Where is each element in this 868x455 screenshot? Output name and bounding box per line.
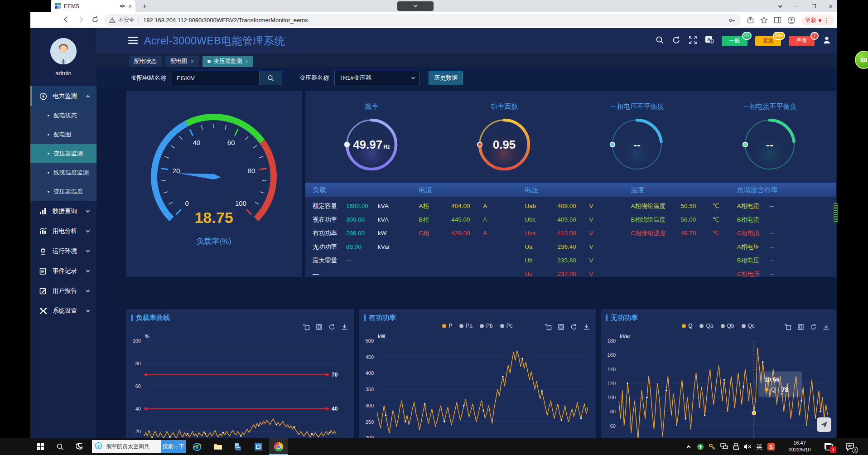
chrome-update-pill[interactable]: 更新 ⋮ (801, 15, 834, 25)
sidebar-item[interactable]: 系统设置 (30, 301, 96, 321)
history-data-button[interactable]: 历史数据 (429, 71, 463, 85)
taskbar-search-text[interactable]: 俄宇航员太空阅兵 (106, 443, 161, 450)
share-icon[interactable] (747, 16, 754, 24)
keys-tray-icon[interactable] (707, 438, 718, 455)
network-tray-icon[interactable] (719, 438, 729, 455)
transformer-select[interactable]: TR1#变压器 (334, 71, 420, 85)
station-input[interactable] (172, 71, 259, 85)
floating-badge[interactable]: 68 (855, 51, 868, 69)
sidebar-item[interactable]: 数据查询 (30, 201, 96, 221)
hamburger-menu-icon[interactable] (128, 37, 138, 44)
avatar[interactable] (50, 38, 77, 64)
chevron-down-icon[interactable] (778, 4, 782, 7)
page-tab[interactable]: 配电状态 (129, 56, 162, 67)
chat-widget-icon[interactable] (817, 417, 831, 432)
taskbar-search-button[interactable]: 搜索一下 (161, 440, 186, 453)
refresh-icon[interactable] (810, 324, 817, 332)
start-button[interactable] (32, 438, 49, 455)
tab-close-icon[interactable]: × (128, 3, 132, 10)
datazoom-icon[interactable] (303, 324, 310, 332)
download-icon[interactable] (341, 324, 348, 332)
search-icon[interactable] (656, 36, 664, 46)
s-red-tray-icon[interactable]: S (766, 438, 776, 455)
sidebar-subitem[interactable]: 配电状态 (30, 106, 96, 125)
close-button[interactable]: × (829, 3, 833, 9)
legend-item[interactable]: Pb (480, 323, 493, 329)
bullet-icon (48, 172, 49, 174)
back-button[interactable] (62, 15, 71, 24)
antivirus-tray-icon[interactable] (695, 438, 706, 455)
sidebar-item[interactable]: 运行环境 (30, 241, 96, 261)
alarm-button[interactable]: 一般81 (722, 36, 747, 46)
taskbar-search-icon[interactable] (52, 438, 69, 455)
row-unit: kW (378, 227, 387, 240)
tab-audio-muted-icon[interactable] (120, 2, 125, 10)
menu-kebab-icon[interactable]: ⋮ (824, 17, 829, 24)
station-search-button[interactable] (259, 71, 282, 85)
legend-item[interactable]: Qa (699, 323, 713, 329)
extension-dropdown[interactable] (397, 1, 434, 11)
password-key-icon[interactable] (728, 17, 736, 24)
legend-item[interactable]: Qb (721, 323, 734, 329)
sidebar-subitem[interactable]: 变压器监测 (30, 144, 96, 163)
swirl-app-icon[interactable] (72, 438, 89, 455)
download-icon[interactable] (583, 324, 590, 332)
browser-tab[interactable]: EEMS × (51, 0, 135, 12)
datazoom-icon[interactable] (785, 324, 791, 332)
new-tab-button[interactable]: + (140, 2, 149, 11)
restore-icon[interactable] (558, 324, 564, 332)
url-text[interactable]: 192.168.204.112:8090/3000WEBV2/Transform… (143, 17, 728, 24)
restore-icon[interactable] (316, 324, 323, 332)
ie-search-widget[interactable]: e俄宇航员太空阅兵搜索一下 (92, 440, 186, 453)
translate-icon[interactable]: A文 (705, 36, 714, 46)
datazoom-icon[interactable] (545, 324, 552, 332)
sidebar-item[interactable]: 用电分析 (30, 221, 96, 241)
sidebar-item[interactable]: 事件记录 (30, 261, 96, 281)
page-tab[interactable]: 变压器监测× (203, 56, 254, 67)
fax-app-icon[interactable] (229, 438, 246, 455)
refresh-icon[interactable] (672, 36, 681, 46)
alarm-button[interactable]: 紧急99+ (755, 36, 781, 46)
security-label[interactable]: 不安全 (118, 16, 135, 24)
photos-app-icon[interactable] (250, 438, 267, 455)
maximize-button[interactable] (812, 4, 816, 8)
reload-button[interactable] (91, 15, 100, 24)
volume-muted-icon[interactable] (742, 438, 753, 455)
page-tab[interactable]: 配电图× (165, 56, 199, 67)
user-icon[interactable] (822, 35, 831, 46)
ime-language-indicator[interactable]: 英 (754, 438, 765, 455)
notifications-tray-icon[interactable]: 2 (842, 438, 858, 455)
forward-button[interactable] (77, 15, 86, 24)
sidebar-subitem[interactable]: 线缆温度监测 (30, 163, 96, 182)
ie-app-icon[interactable]: e (188, 438, 206, 455)
tab-close-icon[interactable]: × (191, 58, 194, 65)
refresh-icon[interactable] (570, 324, 577, 332)
download-icon[interactable] (823, 324, 829, 332)
alarm-button[interactable]: 严重7 (789, 36, 815, 46)
legend-item[interactable]: Pa (459, 323, 473, 329)
legend-item[interactable]: Pc (500, 323, 513, 329)
fullscreen-icon[interactable] (689, 36, 697, 46)
usb-tray-icon[interactable] (730, 438, 741, 455)
refresh-icon[interactable] (328, 324, 335, 332)
app-window-tray-icon[interactable]: 4 (821, 438, 836, 455)
chrome-taskbar-icon[interactable] (269, 438, 288, 455)
legend-item[interactable]: P (442, 323, 452, 329)
tab-close-icon[interactable]: × (245, 58, 248, 65)
sidebar-item[interactable]: 用户报告 (30, 281, 96, 301)
file-explorer-icon[interactable] (209, 438, 227, 455)
tray-chevron-up-icon[interactable] (683, 438, 694, 455)
bookmark-star-icon[interactable] (760, 16, 768, 24)
profile-avatar-icon[interactable] (787, 16, 796, 24)
side-panel-icon[interactable] (774, 16, 781, 24)
legend-item[interactable]: Q (682, 323, 692, 329)
sidebar-item[interactable]: 电力监测 (30, 86, 96, 106)
sidebar-subitem[interactable]: 变压器温度 (30, 182, 96, 201)
restore-icon[interactable] (797, 324, 804, 332)
taskbar-clock[interactable]: 16:472022/5/10 (782, 440, 817, 453)
minimize-button[interactable] (794, 6, 799, 6)
sidebar-subitem[interactable]: 配电图 (30, 125, 96, 144)
address-bar[interactable]: 不安全 192.168.204.112:8090/3000WEBV2/Trans… (104, 14, 741, 26)
scrollbar-thumb[interactable] (834, 203, 838, 223)
legend-item[interactable]: Qc (742, 323, 755, 329)
